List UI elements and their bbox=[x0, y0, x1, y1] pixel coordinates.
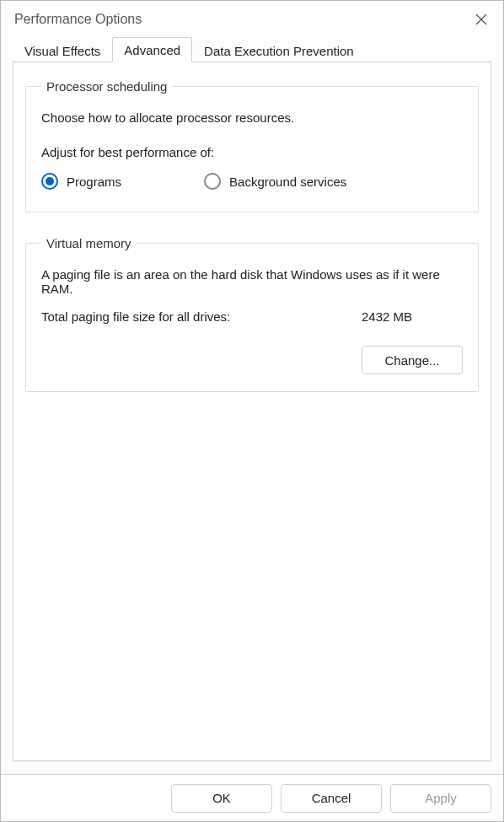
tab-advanced[interactable]: Advanced bbox=[112, 37, 192, 62]
performance-options-dialog: Performance Options Visual Effects Advan… bbox=[0, 0, 504, 822]
radio-icon bbox=[204, 173, 221, 190]
virtual-memory-group: Virtual memory A paging file is an area … bbox=[25, 236, 479, 392]
group-legend: Virtual memory bbox=[41, 236, 137, 250]
processor-scheduling-group: Processor scheduling Choose how to alloc… bbox=[25, 79, 479, 212]
button-label: Change... bbox=[384, 353, 439, 368]
processor-desc: Choose how to allocate processor resourc… bbox=[41, 110, 463, 125]
close-button[interactable] bbox=[471, 9, 491, 30]
adjust-label: Adjust for best performance of: bbox=[41, 145, 463, 159]
virtual-desc: A paging file is an area on the hard dis… bbox=[41, 267, 463, 296]
paging-size-label: Total paging file size for all drives: bbox=[41, 309, 230, 324]
titlebar: Performance Options bbox=[1, 1, 503, 36]
tab-dep[interactable]: Data Execution Prevention bbox=[192, 38, 366, 62]
dialog-footer: OK Cancel Apply bbox=[1, 774, 503, 821]
radio-group: Programs Background services bbox=[41, 173, 463, 190]
tab-bar: Visual Effects Advanced Data Execution P… bbox=[1, 36, 503, 62]
ok-button[interactable]: OK bbox=[171, 784, 272, 813]
button-label: Apply bbox=[425, 791, 457, 805]
radio-programs[interactable]: Programs bbox=[41, 173, 121, 190]
button-label: OK bbox=[212, 791, 231, 805]
tab-label: Advanced bbox=[124, 43, 180, 57]
button-label: Cancel bbox=[312, 791, 351, 805]
dialog-title: Performance Options bbox=[14, 12, 142, 27]
apply-button[interactable]: Apply bbox=[390, 784, 491, 813]
group-legend: Processor scheduling bbox=[41, 79, 172, 94]
radio-label: Background services bbox=[229, 175, 346, 189]
close-icon bbox=[475, 13, 488, 26]
tab-panel-advanced: Processor scheduling Choose how to alloc… bbox=[13, 62, 491, 761]
cancel-button[interactable]: Cancel bbox=[281, 784, 382, 813]
paging-size-row: Total paging file size for all drives: 2… bbox=[41, 309, 463, 324]
change-button-row: Change... bbox=[41, 346, 463, 374]
radio-label: Programs bbox=[67, 175, 121, 189]
tab-label: Visual Effects bbox=[24, 44, 100, 58]
tab-visual-effects[interactable]: Visual Effects bbox=[13, 38, 112, 62]
radio-background-services[interactable]: Background services bbox=[204, 173, 346, 190]
change-button[interactable]: Change... bbox=[362, 346, 463, 374]
radio-icon bbox=[41, 173, 58, 190]
paging-size-value: 2432 MB bbox=[362, 309, 412, 324]
tab-label: Data Execution Prevention bbox=[204, 44, 354, 58]
